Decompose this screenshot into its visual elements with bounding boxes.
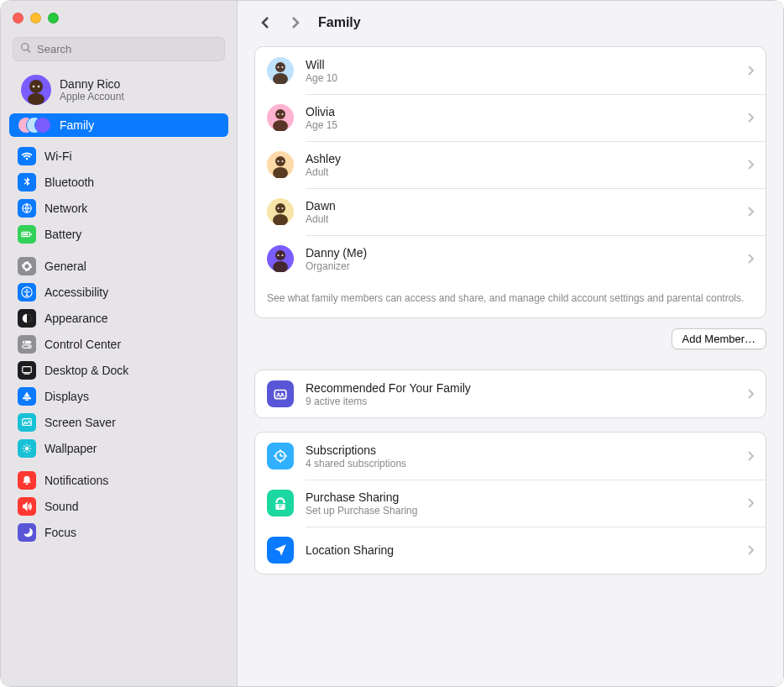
section-title: Recommended For Your Family — [306, 381, 735, 395]
sound-icon — [18, 497, 36, 516]
sidebar-item-label: Screen Saver — [44, 416, 116, 429]
forward-button[interactable] — [283, 13, 306, 33]
sidebar-item-general[interactable]: General — [9, 254, 228, 279]
svg-point-34 — [278, 207, 280, 209]
member-name: Olivia — [306, 105, 735, 118]
sidebar-item-bluetooth[interactable]: Bluetooth — [9, 170, 228, 195]
displays-icon — [18, 387, 36, 406]
sidebar-item-wifi[interactable]: Wi-Fi — [9, 144, 228, 169]
sidebar-item-label: Family — [60, 118, 94, 132]
svg-text:P: P — [279, 504, 282, 509]
sidebar-item-label: Network — [44, 202, 87, 215]
svg-point-9 — [26, 289, 28, 291]
member-detail: Age 15 — [306, 119, 735, 131]
svg-point-31 — [282, 160, 284, 162]
gear-icon — [18, 257, 36, 275]
sidebar: Danny Rico Apple Account Family Wi-FiBlu… — [1, 1, 238, 686]
member-name: Will — [306, 58, 735, 71]
desktop-dock-icon — [18, 361, 36, 380]
sidebar-item-label: Desktop & Dock — [44, 364, 128, 377]
svg-point-33 — [273, 214, 288, 225]
minimize-window-button[interactable] — [30, 13, 41, 24]
sidebar-item-control-center[interactable]: Control Center — [9, 332, 228, 357]
sidebar-item-family[interactable]: Family — [9, 113, 228, 137]
svg-point-41 — [277, 393, 280, 396]
member-row[interactable]: OliviaAge 15 — [255, 94, 766, 141]
sidebar-item-appearance[interactable]: Appearance — [9, 306, 228, 331]
settings-window: Danny Rico Apple Account Family Wi-FiBlu… — [0, 0, 784, 687]
sidebar-item-label: Accessibility — [44, 286, 108, 299]
wifi-icon — [18, 147, 36, 165]
member-text: Danny (Me)Organizer — [306, 246, 735, 272]
svg-point-22 — [278, 66, 280, 68]
sidebar-item-label: Notifications — [44, 474, 108, 487]
sidebar-item-network[interactable]: Network — [9, 196, 228, 221]
section-row-recommended[interactable]: Recommended For Your Family9 active item… — [255, 370, 766, 417]
svg-rect-15 — [23, 367, 32, 373]
sidebar-item-displays[interactable]: Displays — [9, 384, 228, 409]
svg-point-38 — [278, 254, 280, 256]
svg-rect-40 — [274, 391, 286, 399]
section-row-location-sharing[interactable]: Location Sharing — [255, 527, 766, 574]
svg-point-20 — [275, 62, 285, 72]
chevron-right-icon — [747, 113, 754, 123]
member-name: Dawn — [306, 199, 735, 212]
content-pane: Family WillAge 10OliviaAge 15AshleyAdult… — [238, 1, 783, 686]
svg-point-19 — [25, 447, 29, 450]
svg-point-14 — [29, 346, 30, 348]
section-title: Purchase Sharing — [306, 490, 735, 504]
window-controls — [1, 6, 237, 30]
member-text: DawnAdult — [306, 199, 735, 225]
svg-point-28 — [275, 156, 285, 166]
chevron-right-icon — [747, 254, 754, 264]
notifications-icon — [18, 471, 36, 490]
back-button[interactable] — [254, 13, 278, 33]
member-row[interactable]: Danny (Me)Organizer — [255, 235, 766, 282]
account-text: Danny Rico Apple Account — [60, 77, 124, 102]
chevron-right-icon — [747, 66, 754, 76]
svg-point-29 — [273, 167, 288, 178]
sidebar-item-sound[interactable]: Sound — [9, 494, 228, 519]
section-row-subscriptions[interactable]: Subscriptions4 shared subscriptions — [255, 433, 766, 480]
members-footnote: See what family members can access and s… — [255, 282, 766, 317]
sidebar-item-label: Wallpaper — [44, 442, 97, 455]
sidebar-item-accessibility[interactable]: Accessibility — [9, 280, 228, 305]
member-row[interactable]: DawnAdult — [255, 188, 766, 235]
sidebar-item-battery[interactable]: Battery — [9, 222, 228, 247]
member-row[interactable]: AshleyAdult — [255, 141, 766, 188]
content-scroll[interactable]: WillAge 10OliviaAge 15AshleyAdultDawnAdu… — [238, 46, 783, 686]
search-icon — [20, 42, 32, 56]
account-row[interactable]: Danny Rico Apple Account — [1, 70, 237, 113]
member-row[interactable]: WillAge 10 — [255, 47, 766, 94]
sidebar-item-focus[interactable]: Focus — [9, 520, 228, 545]
svg-rect-6 — [30, 233, 31, 236]
wallpaper-icon — [18, 439, 36, 458]
section-row-purchase-sharing[interactable]: PPurchase SharingSet up Purchase Sharing — [255, 480, 766, 527]
fullscreen-window-button[interactable] — [48, 13, 59, 24]
location-icon — [267, 537, 294, 564]
sidebar-item-label: Sound — [44, 500, 78, 513]
search-field[interactable] — [13, 37, 225, 61]
close-window-button[interactable] — [13, 13, 24, 24]
section-title: Location Sharing — [306, 543, 735, 557]
sidebar-item-notifications[interactable]: Notifications — [9, 468, 228, 493]
chevron-right-icon — [747, 207, 754, 217]
svg-point-30 — [278, 160, 280, 162]
member-avatar — [267, 198, 294, 225]
account-subtitle: Apple Account — [60, 91, 124, 102]
sidebar-item-wallpaper[interactable]: Wallpaper — [9, 436, 228, 461]
appearance-icon — [18, 309, 36, 328]
svg-point-35 — [282, 207, 284, 209]
network-icon — [18, 199, 36, 218]
accessibility-icon — [18, 283, 36, 302]
svg-point-26 — [278, 113, 280, 115]
search-input[interactable] — [37, 43, 217, 55]
svg-point-0 — [29, 80, 43, 93]
bluetooth-icon — [18, 173, 36, 191]
sidebar-item-desktop-dock[interactable]: Desktop & Dock — [9, 358, 228, 383]
add-member-button[interactable]: Add Member… — [672, 328, 766, 349]
svg-point-36 — [275, 250, 285, 260]
members-card: WillAge 10OliviaAge 15AshleyAdultDawnAdu… — [254, 46, 766, 318]
sidebar-item-screen-saver[interactable]: Screen Saver — [9, 410, 228, 435]
svg-point-32 — [275, 203, 285, 213]
